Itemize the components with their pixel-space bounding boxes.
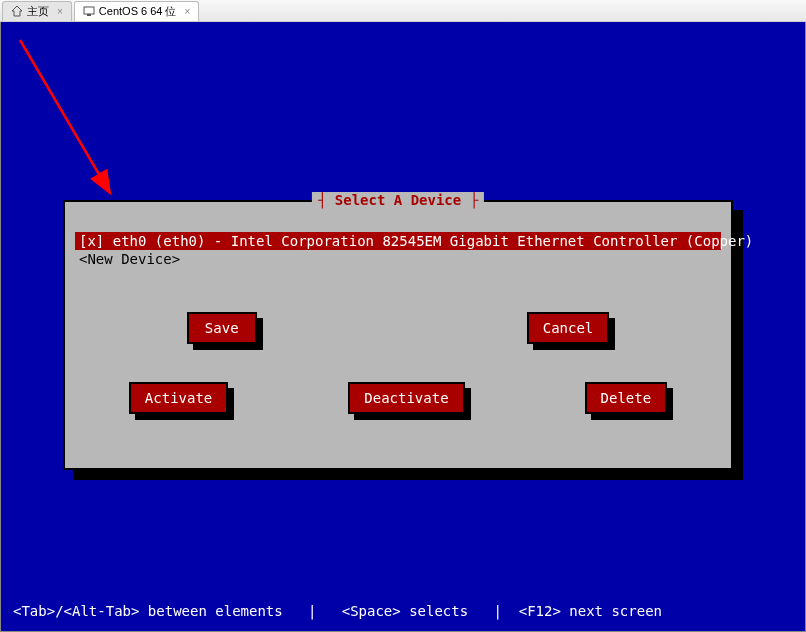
device-list: [x] eth0 (eth0) - Intel Corporation 8254… (75, 232, 721, 268)
device-dialog: ┤ Select A Device ├ [x] eth0 (eth0) - In… (63, 200, 733, 470)
vm-icon (83, 5, 95, 17)
save-button-label: Save (187, 312, 257, 344)
tab-vm-label: CentOS 6 64 位 (99, 4, 177, 19)
tab-home-label: 主页 (27, 4, 49, 19)
terminal-area: ┤ Select A Device ├ [x] eth0 (eth0) - In… (0, 22, 806, 632)
svg-rect-1 (87, 14, 91, 16)
delete-button[interactable]: Delete (585, 382, 668, 414)
device-row-eth0[interactable]: [x] eth0 (eth0) - Intel Corporation 8254… (75, 232, 721, 250)
save-button[interactable]: Save (187, 312, 257, 344)
activate-button-label: Activate (129, 382, 228, 414)
device-row-new[interactable]: <New Device> (75, 250, 721, 268)
home-icon (11, 5, 23, 17)
cancel-button-label: Cancel (527, 312, 610, 344)
footer-hint: <Tab>/<Alt-Tab> between elements | <Spac… (13, 603, 662, 619)
svg-rect-0 (84, 7, 94, 14)
tab-bar: 主页 × CentOS 6 64 位 × (0, 0, 806, 22)
dialog-title: ┤ Select A Device ├ (312, 192, 484, 208)
deactivate-button[interactable]: Deactivate (348, 382, 464, 414)
tab-home[interactable]: 主页 × (2, 1, 72, 21)
deactivate-button-label: Deactivate (348, 382, 464, 414)
close-icon[interactable]: × (185, 6, 191, 17)
close-icon[interactable]: × (57, 6, 63, 17)
cancel-button[interactable]: Cancel (527, 312, 610, 344)
tab-vm[interactable]: CentOS 6 64 位 × (74, 1, 200, 21)
delete-button-label: Delete (585, 382, 668, 414)
activate-button[interactable]: Activate (129, 382, 228, 414)
